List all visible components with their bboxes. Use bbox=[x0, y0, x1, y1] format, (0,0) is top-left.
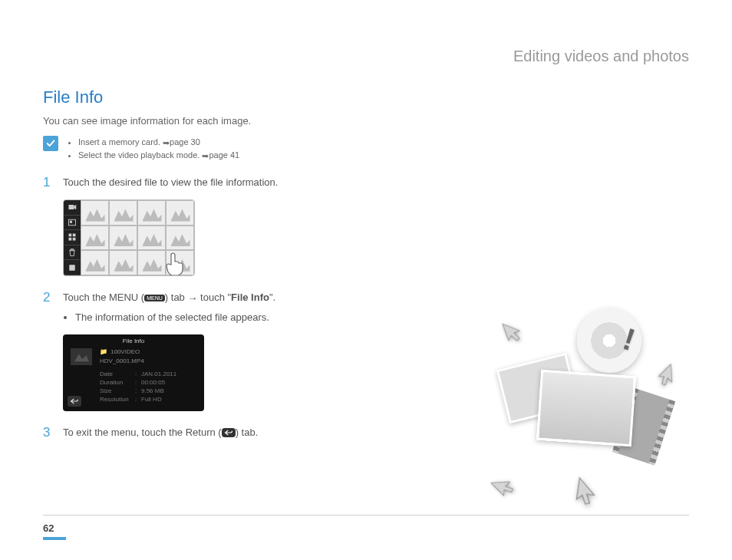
reference-arrow-icon: ➥ bbox=[163, 137, 170, 150]
file-thumbnail bbox=[71, 348, 92, 365]
thumbnail bbox=[109, 200, 137, 226]
thumbnail bbox=[137, 226, 166, 251]
thumbnail bbox=[109, 250, 137, 275]
svg-rect-0 bbox=[69, 205, 74, 209]
info-key: Duration bbox=[100, 378, 135, 387]
cursor-arrow-icon bbox=[496, 314, 532, 349]
manual-page: Editing videos and photos File Info You … bbox=[0, 0, 732, 560]
filename: HDV_0001.MP4 bbox=[100, 357, 144, 364]
thumbnail bbox=[81, 200, 109, 226]
return-badge-icon bbox=[222, 428, 236, 437]
thumbnails-screenshot bbox=[63, 199, 195, 276]
step-number: 2 bbox=[43, 290, 52, 305]
step-1: 1 Touch the desired file to view the fil… bbox=[43, 175, 689, 190]
info-table: Date:JAN.01.2011 Duration:00:00:05 Size:… bbox=[100, 370, 176, 404]
cursor-arrow-icon bbox=[485, 465, 525, 505]
touch-hand-icon bbox=[159, 248, 190, 276]
menu-icon bbox=[64, 260, 81, 275]
svg-rect-2 bbox=[70, 221, 72, 223]
info-row: Size:9.56 MB bbox=[100, 387, 176, 395]
svg-rect-5 bbox=[69, 238, 72, 241]
photo-mode-icon bbox=[64, 216, 81, 231]
info-val: JAN.01.2011 bbox=[141, 370, 176, 378]
page-ref: page 41 bbox=[209, 150, 239, 160]
svg-rect-7 bbox=[69, 265, 75, 271]
step-text: To exit the menu, touch the Return () ta… bbox=[63, 425, 258, 440]
info-val: Full HD bbox=[141, 395, 162, 404]
text-part: ) tab bbox=[165, 292, 188, 303]
info-key: Date bbox=[100, 370, 135, 378]
thumbnail bbox=[166, 200, 194, 226]
step-text: Touch the MENU (MENU) tab → touch "File … bbox=[63, 290, 275, 325]
cursor-arrow-icon bbox=[569, 473, 607, 512]
grid-icon bbox=[64, 230, 81, 245]
step-number: 1 bbox=[43, 175, 52, 190]
note-text: Insert a memory card. bbox=[78, 137, 163, 147]
section-title: File Info bbox=[43, 87, 689, 107]
thumbnail bbox=[81, 250, 109, 275]
text-part: To exit the menu, touch the Return ( bbox=[63, 427, 222, 438]
note-item: Insert a memory card. ➥page 30 bbox=[78, 136, 239, 149]
note-box: Insert a memory card. ➥page 30 Select th… bbox=[43, 136, 689, 161]
step-number: 3 bbox=[43, 425, 52, 440]
info-key: Size bbox=[100, 387, 135, 395]
text-part: ) tab. bbox=[236, 427, 259, 438]
decorative-illustration: ! bbox=[474, 302, 689, 502]
note-list: Insert a memory card. ➥page 30 Select th… bbox=[66, 136, 239, 161]
note-item: Select the video playback mode. ➥page 41 bbox=[78, 149, 239, 162]
folder-name: 100VIDEO bbox=[110, 348, 140, 355]
info-key: Resolution bbox=[100, 395, 135, 404]
info-val: 9.56 MB bbox=[141, 387, 164, 395]
note-text: Select the video playback mode. bbox=[78, 150, 202, 160]
check-icon bbox=[43, 136, 58, 151]
thumbnail bbox=[109, 226, 137, 251]
info-row: Duration:00:00:05 bbox=[100, 378, 176, 387]
folder-icon: 📁 bbox=[100, 348, 107, 355]
footer-divider bbox=[43, 515, 689, 516]
text-part: ". bbox=[269, 292, 275, 303]
page-ref: page 30 bbox=[170, 137, 200, 147]
panel-title: File Info bbox=[63, 338, 204, 344]
intro-text: You can see image information for each i… bbox=[43, 115, 689, 127]
info-val: 00:00:05 bbox=[141, 378, 165, 387]
cursor-arrow-icon bbox=[650, 358, 688, 397]
thumbnail bbox=[81, 226, 109, 251]
sub-list: The information of the selected file app… bbox=[63, 310, 275, 325]
bold-label: File Info bbox=[231, 292, 269, 303]
text-part: touch " bbox=[197, 292, 231, 303]
page-number: 62 bbox=[43, 522, 54, 534]
menu-badge-icon: MENU bbox=[144, 295, 165, 301]
info-row: Date:JAN.01.2011 bbox=[100, 370, 176, 378]
video-mode-icon bbox=[64, 200, 81, 216]
folder-row: 📁100VIDEO bbox=[100, 348, 140, 355]
file-info-screenshot: File Info 📁100VIDEO HDV_0001.MP4 Date:JA… bbox=[63, 334, 204, 411]
thumbnail bbox=[166, 226, 194, 251]
thumbnail bbox=[137, 200, 166, 226]
chapter-title: Editing videos and photos bbox=[513, 48, 689, 65]
info-row: Resolution:Full HD bbox=[100, 395, 176, 404]
return-icon bbox=[68, 396, 81, 407]
arrow-right-icon: → bbox=[187, 291, 197, 306]
step-text: Touch the desired file to view the file … bbox=[63, 175, 278, 190]
svg-rect-4 bbox=[73, 234, 76, 237]
screenshot-sidebar bbox=[64, 200, 81, 275]
footer-accent bbox=[43, 537, 66, 540]
sub-item: The information of the selected file app… bbox=[75, 310, 275, 325]
trash-icon bbox=[64, 245, 81, 261]
svg-rect-6 bbox=[73, 238, 76, 241]
photo-graphic bbox=[536, 370, 636, 446]
svg-rect-3 bbox=[69, 234, 72, 237]
text-part: Touch the MENU ( bbox=[63, 292, 144, 303]
reference-arrow-icon: ➥ bbox=[202, 150, 209, 163]
